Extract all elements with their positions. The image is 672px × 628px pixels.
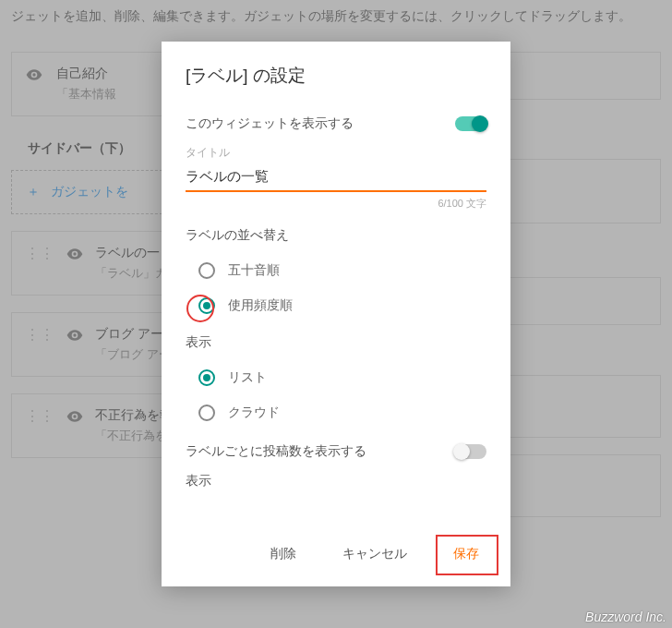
delete-button[interactable]: 削除 [259, 538, 307, 570]
save-button[interactable]: 保存 [442, 538, 490, 570]
sort-freq-label: 使用頻度順 [228, 297, 293, 314]
watermark: Buzzword Inc. [585, 610, 666, 624]
show-widget-toggle[interactable] [455, 116, 486, 131]
display-group-label-2: 表示 [186, 473, 486, 489]
post-count-label: ラベルごとに投稿数を表示する [186, 443, 366, 460]
title-field-label: タイトル [186, 145, 486, 161]
display-cloud-label: クラウド [228, 405, 280, 421]
radio-icon [198, 262, 215, 279]
sort-freq-option[interactable]: 使用頻度順 [186, 292, 486, 327]
radio-icon [198, 405, 215, 421]
title-input[interactable] [186, 164, 486, 192]
cancel-button[interactable]: キャンセル [331, 538, 418, 570]
show-widget-label: このウィジェットを表示する [186, 115, 354, 132]
radio-icon [198, 369, 215, 386]
radio-icon [198, 297, 215, 314]
display-list-label: リスト [228, 369, 267, 386]
modal-overlay: [ラベル] の設定 このウィジェットを表示する タイトル 6/100 文字 ラベ… [0, 0, 672, 628]
display-group-label: 表示 [186, 334, 486, 351]
post-count-toggle[interactable] [455, 444, 486, 459]
sort-alpha-option[interactable]: 五十音順 [186, 257, 486, 292]
display-cloud-option[interactable]: クラウド [186, 399, 486, 434]
display-list-option[interactable]: リスト [186, 364, 486, 399]
dialog-footer: 削除 キャンセル 保存 [162, 524, 510, 586]
dialog-body: このウィジェットを表示する タイトル 6/100 文字 ラベルの並べ替え 五十音… [162, 101, 510, 524]
sort-group-label: ラベルの並べ替え [186, 227, 486, 244]
dialog-title: [ラベル] の設定 [162, 42, 510, 101]
char-count: 6/100 文字 [186, 197, 486, 211]
label-settings-dialog: [ラベル] の設定 このウィジェットを表示する タイトル 6/100 文字 ラベ… [162, 42, 510, 586]
sort-alpha-label: 五十音順 [228, 262, 280, 279]
